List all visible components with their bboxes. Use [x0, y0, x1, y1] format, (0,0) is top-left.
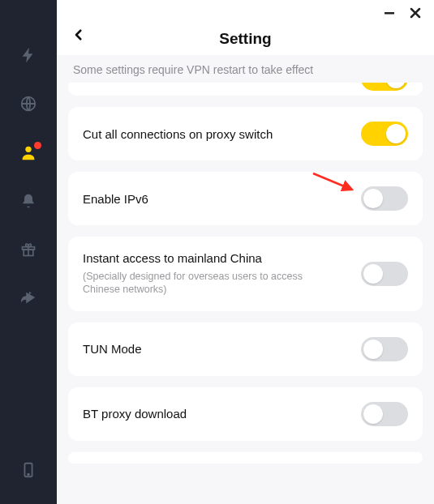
setting-row-ipv6: Enable IPv6 — [68, 172, 423, 225]
setting-row-cut-connections: Cut all connections on proxy switch — [68, 107, 423, 160]
minimize-button[interactable] — [382, 6, 397, 20]
sidebar-item-devices[interactable] — [19, 462, 38, 481]
setting-row-bottom-peek — [68, 452, 423, 463]
toggle-knob-icon — [363, 189, 383, 208]
setting-toggle-cn-access[interactable] — [361, 262, 408, 286]
svg-point-1 — [25, 147, 31, 152]
settings-list: Cut all connections on proxy switch Enab… — [57, 83, 434, 504]
sidebar-item-bell[interactable] — [19, 193, 38, 212]
globe-icon — [19, 95, 37, 116]
setting-toggle-cut-connections[interactable] — [361, 122, 408, 146]
toggle-knob-icon — [363, 340, 383, 359]
svg-rect-6 — [385, 12, 394, 15]
toggle-knob-icon — [363, 264, 383, 284]
setting-toggle-bt[interactable] — [361, 402, 408, 426]
toggle-knob-icon — [386, 124, 406, 143]
setting-sublabel: (Specially designed for overseas users t… — [83, 270, 334, 297]
setting-toggle-ipv6[interactable] — [361, 186, 408, 211]
sidebar-item-user[interactable] — [19, 144, 38, 164]
setting-label: Instant access to mainland China — [83, 251, 348, 265]
app-root: Setting Some settings require VPN restar… — [0, 0, 434, 504]
back-button[interactable] — [71, 28, 86, 45]
minimize-icon — [383, 6, 396, 19]
devices-icon — [19, 461, 37, 482]
share-icon — [19, 289, 37, 310]
page-title: Setting — [219, 30, 271, 48]
title-bar — [57, 0, 434, 23]
setting-label: Cut all connections on proxy switch — [83, 127, 348, 141]
gift-icon — [20, 241, 37, 261]
svg-point-5 — [28, 474, 29, 476]
notification-dot-icon — [34, 142, 41, 149]
arrow-annotation-icon — [312, 170, 360, 194]
svg-line-7 — [313, 173, 352, 190]
sidebar-item-gift[interactable] — [19, 241, 38, 261]
toggle-knob-icon — [363, 404, 383, 424]
toggle-knob-icon — [386, 83, 406, 88]
setting-row-tun: TUN Mode — [68, 322, 423, 376]
close-button[interactable] — [408, 6, 423, 20]
sidebar-item-share[interactable] — [19, 290, 38, 310]
settings-notice: Some settings require VPN restart to tak… — [57, 55, 434, 83]
bell-icon — [20, 193, 37, 212]
sidebar — [0, 0, 57, 504]
sidebar-item-globe[interactable] — [19, 96, 38, 115]
sidebar-item-bolt[interactable] — [19, 47, 38, 66]
close-icon — [409, 6, 422, 19]
setting-row-cn-access: Instant access to mainland China (Specia… — [68, 237, 423, 311]
chevron-left-icon — [71, 31, 86, 45]
setting-label: BT proxy download — [83, 407, 348, 421]
setting-label: TUN Mode — [83, 342, 348, 356]
setting-row-bt: BT proxy download — [68, 387, 423, 441]
setting-toggle-peek[interactable] — [361, 83, 408, 91]
main-pane: Setting Some settings require VPN restar… — [57, 0, 434, 504]
bolt-icon — [19, 46, 37, 67]
setting-label: Enable IPv6 — [83, 192, 348, 206]
page-header: Setting — [57, 23, 434, 55]
setting-row-top-peek — [68, 83, 423, 96]
setting-toggle-tun[interactable] — [361, 337, 408, 361]
